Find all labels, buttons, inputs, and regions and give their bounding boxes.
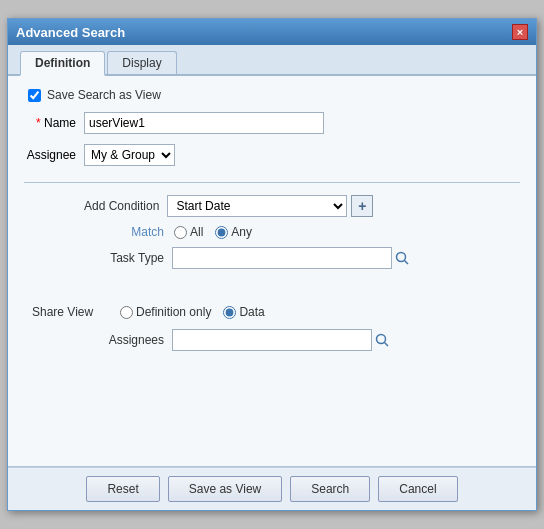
name-label: * Name [24,116,84,130]
match-label: Match [84,225,164,239]
condition-select[interactable]: Start Date End Date Priority Status [167,195,347,217]
content-area: Save Search as View * Name Assignee My &… [8,76,536,466]
reset-button[interactable]: Reset [86,476,159,502]
match-all-radio[interactable] [174,226,187,239]
search-icon [395,251,409,265]
task-type-label: Task Type [84,251,164,265]
spacer [24,285,520,305]
dialog-titlebar: Advanced Search × [8,19,536,45]
assignees-input[interactable] [172,329,372,351]
tab-display[interactable]: Display [107,51,176,74]
save-search-row: Save Search as View [24,88,520,102]
assignee-label: Assignee [24,148,84,162]
required-star: * [36,116,41,130]
svg-point-2 [377,335,386,344]
assignee-select[interactable]: My & Group Me Group Anyone [84,144,175,166]
data-option[interactable]: Data [223,305,264,319]
add-condition-label: Add Condition [84,199,159,213]
name-input[interactable] [84,112,324,134]
dialog-footer: Reset Save as View Search Cancel [8,467,536,510]
share-view-label: Share View [32,305,112,319]
name-row: * Name [24,112,520,134]
data-label: Data [239,305,264,319]
match-all-label: All [190,225,203,239]
add-condition-button[interactable]: + [351,195,373,217]
separator-1 [24,182,520,183]
search-icon [375,333,389,347]
match-all-option[interactable]: All [174,225,203,239]
assignee-row: Assignee My & Group Me Group Anyone [24,144,520,166]
assignees-label: Assignees [84,333,164,347]
search-button[interactable]: Search [290,476,370,502]
tabs-bar: Definition Display [8,45,536,76]
match-row: Match All Any [24,225,520,239]
svg-line-1 [405,261,409,265]
match-any-option[interactable]: Any [215,225,252,239]
save-search-checkbox[interactable] [28,89,41,102]
share-view-row: Share View Definition only Data [24,305,520,319]
match-any-label: Any [231,225,252,239]
tab-definition[interactable]: Definition [20,51,105,76]
task-type-row: Task Type [24,247,520,269]
assignees-row: Assignees [24,329,520,351]
match-radio-group: All Any [174,225,252,239]
assignees-search-button[interactable] [372,330,392,350]
share-view-radio-group: Definition only Data [120,305,265,319]
match-any-radio[interactable] [215,226,228,239]
dialog-body: Definition Display Save Search as View *… [8,45,536,510]
save-search-label: Save Search as View [47,88,161,102]
close-button[interactable]: × [512,24,528,40]
add-condition-row: Add Condition Start Date End Date Priori… [24,195,520,217]
task-type-search-button[interactable] [392,248,412,268]
dialog-title: Advanced Search [16,25,125,40]
svg-point-0 [397,253,406,262]
cancel-button[interactable]: Cancel [378,476,457,502]
definition-only-option[interactable]: Definition only [120,305,211,319]
save-as-view-button[interactable]: Save as View [168,476,283,502]
definition-only-label: Definition only [136,305,211,319]
definition-only-radio[interactable] [120,306,133,319]
data-radio[interactable] [223,306,236,319]
svg-line-3 [385,343,389,347]
advanced-search-dialog: Advanced Search × Definition Display Sav… [7,18,537,511]
task-type-input[interactable] [172,247,392,269]
